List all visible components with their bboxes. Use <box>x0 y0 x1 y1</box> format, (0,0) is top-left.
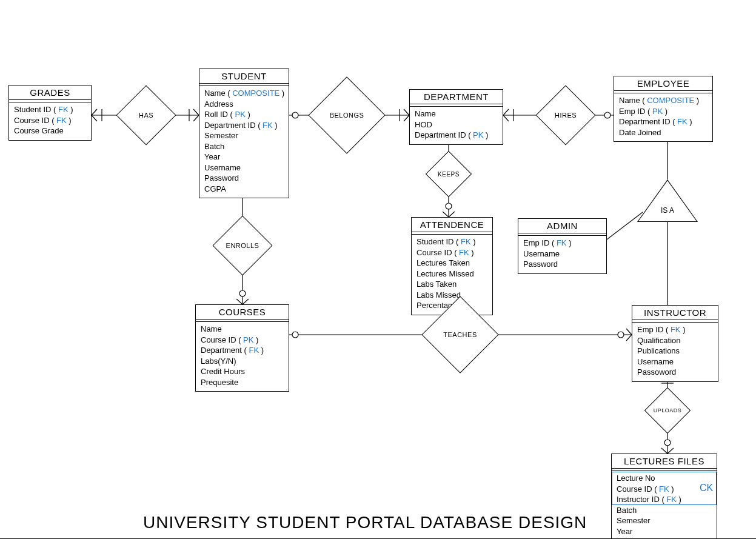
attribute: Name <box>201 324 284 335</box>
svg-point-46 <box>664 440 671 446</box>
entity-instructor: INSTRUCTOR Emp ID ( FK )QualificationPub… <box>632 305 718 382</box>
attribute: Student ID ( FK ) <box>416 236 487 247</box>
entity-admin: ADMIN Emp ID ( FK )UsernamePassword <box>518 218 607 274</box>
svg-line-30 <box>243 299 249 304</box>
entity-attendence: ATTENDENCE Student ID ( FK )Course ID ( … <box>411 217 493 315</box>
svg-line-45 <box>667 448 674 454</box>
attribute: Lectures Taken <box>416 258 487 269</box>
svg-line-1 <box>92 109 97 115</box>
attribute: Name ( COMPOSITE ) <box>204 88 284 99</box>
entity-title: ATTENDENCE <box>412 218 492 232</box>
relationship-keeps <box>426 151 472 197</box>
attribute: Department ( FK ) <box>201 345 284 356</box>
attribute: Course ID ( PK ) <box>201 335 284 346</box>
relationship-hires <box>536 85 596 146</box>
svg-line-6 <box>193 115 199 121</box>
attribute: Course Grade <box>14 126 86 136</box>
svg-point-19 <box>604 112 610 118</box>
relationship-has <box>116 85 176 146</box>
entity-body: Emp ID ( FK )QualificationPublicationsUs… <box>632 323 718 381</box>
attribute: Date Joined <box>619 127 707 138</box>
entity-title: LECTURES FILES <box>612 454 717 469</box>
attribute: Emp ID ( FK ) <box>637 324 713 335</box>
entity-title: DEPARTMENT <box>410 90 503 104</box>
relationship-enrolls <box>213 216 273 276</box>
svg-line-29 <box>236 299 243 304</box>
entity-body: Emp ID ( FK )UsernamePassword <box>518 236 606 273</box>
entity-body: Student ID ( FK )Course ID ( FK )Course … <box>9 102 91 140</box>
svg-line-16 <box>503 115 509 121</box>
attribute: Emp ID ( PK ) <box>619 106 707 117</box>
relationship-uploads <box>644 387 691 434</box>
svg-point-25 <box>446 203 452 209</box>
attribute: HOD <box>415 119 498 130</box>
entity-courses: COURSES NameCourse ID ( PK )Department (… <box>195 304 289 392</box>
attribute: Semester <box>204 130 284 141</box>
attribute: Passoword <box>637 367 713 378</box>
attribute: Course ID ( FK ) <box>416 247 487 258</box>
attribute: Student ID ( FK ) <box>14 104 86 115</box>
svg-point-37 <box>618 332 624 338</box>
attribute: Labs Taken <box>416 279 487 290</box>
entity-title: ADMIN <box>518 219 606 233</box>
ck-label: CK <box>700 483 713 494</box>
entity-body: Name ( COMPOSITE )Emp ID ( PK )Departmen… <box>614 93 712 141</box>
entity-employee: EMPLOYEE Name ( COMPOSITE )Emp ID ( PK )… <box>614 76 713 142</box>
svg-point-31 <box>239 290 246 296</box>
entity-title: COURSES <box>196 305 289 320</box>
svg-point-33 <box>292 332 298 338</box>
attribute: Address <box>204 99 284 110</box>
svg-line-35 <box>626 329 632 335</box>
attribute: Name <box>415 109 498 119</box>
svg-line-2 <box>92 115 97 121</box>
attribute: Qualification <box>637 335 713 346</box>
relationship-belongs <box>308 76 385 153</box>
attribute: Password <box>204 173 284 184</box>
attribute: Username <box>523 249 601 259</box>
svg-line-44 <box>661 448 667 454</box>
entity-body: NameCourse ID ( PK )Department ( FK )Lab… <box>196 322 289 391</box>
attribute: Roll ID ( PK ) <box>204 109 284 120</box>
attribute: Batch <box>204 141 284 152</box>
entity-body: Student ID ( FK )Course ID ( FK )Lecture… <box>412 235 492 315</box>
attribute: Department ID ( FK ) <box>204 120 284 131</box>
relationship-is-a <box>637 179 698 222</box>
entity-title: STUDENT <box>199 69 289 84</box>
svg-line-15 <box>503 109 509 115</box>
svg-line-23 <box>443 212 449 217</box>
svg-line-12 <box>404 115 409 121</box>
attribute: Lectures Missed <box>416 269 487 280</box>
attribute: Prequesite <box>201 377 284 388</box>
attribute: Course ID ( FK ) <box>14 115 86 126</box>
attribute: Emp ID ( FK ) <box>523 238 601 249</box>
attribute: Username <box>637 357 713 367</box>
entity-title: GRADES <box>9 85 91 100</box>
page-title: UNIVERSITY STUDENT PORTAL DATABASE DESIG… <box>143 513 587 532</box>
entity-title: INSTRUCTOR <box>632 306 718 320</box>
svg-line-24 <box>449 212 455 217</box>
attribute: Password <box>523 259 601 270</box>
attribute: Username <box>204 162 284 173</box>
attribute: Labs Missed <box>416 290 487 301</box>
entity-grades: GRADES Student ID ( FK )Course ID ( FK )… <box>8 85 92 141</box>
attribute: Department ID ( FK ) <box>619 116 707 127</box>
relationship-label: IS A <box>661 206 674 215</box>
svg-line-36 <box>626 335 632 341</box>
attribute: Labs(Y/N) <box>201 356 284 367</box>
entity-title: EMPLOYEE <box>614 76 712 91</box>
entity-department: DEPARTMENT NameHODDepartment ID ( PK ) <box>409 89 503 145</box>
entity-body: NameHODDepartment ID ( PK ) <box>410 107 503 144</box>
svg-point-9 <box>292 112 298 118</box>
attribute: CGPA <box>204 184 284 195</box>
attribute: Name ( COMPOSITE ) <box>619 95 707 106</box>
attribute: Batch <box>617 505 712 516</box>
entity-student: STUDENT Name ( COMPOSITE )AddressRoll ID… <box>199 69 289 198</box>
entity-body: Name ( COMPOSITE )AddressRoll ID ( PK )D… <box>199 86 289 198</box>
svg-line-11 <box>404 109 409 115</box>
attribute: Publications <box>637 346 713 357</box>
attribute: Year <box>617 526 712 537</box>
attribute: Semester <box>617 515 712 526</box>
svg-line-5 <box>193 109 199 115</box>
attribute: Year <box>204 152 284 162</box>
attribute: Credit Hours <box>201 366 284 377</box>
